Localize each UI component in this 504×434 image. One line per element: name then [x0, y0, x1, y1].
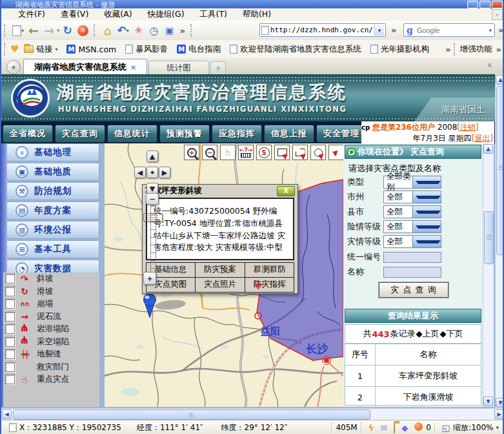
maximize-button[interactable]	[479, 1, 490, 8]
menu-help[interactable]: 帮助(H)	[235, 8, 279, 21]
legend-row-ground-fissure[interactable]: ╪╪地裂缝	[3, 348, 99, 361]
mail-icon[interactable]: ✉	[380, 423, 387, 433]
sidebar-item-basic-tools[interactable]: ⊞基本工具	[6, 240, 99, 258]
bookmarks-overflow-chevron[interactable]: »	[445, 45, 450, 54]
scroll-left-icon[interactable]: ◀	[2, 409, 12, 419]
zoom-out-tool[interactable]: −	[202, 145, 217, 160]
legend-row-rescue-dept[interactable]: 救灾部门	[3, 361, 99, 374]
collapse-chevron-icon[interactable]: ⌄	[492, 9, 503, 20]
horizontal-scroll-thumb[interactable]	[13, 409, 370, 420]
legend-row-slope[interactable]: ↷斜坡	[3, 273, 99, 285]
nav-overview[interactable]: 全省概况	[3, 125, 53, 143]
minimize-button[interactable]	[467, 1, 478, 8]
popup-close-button[interactable]: X	[277, 186, 295, 196]
page-scroll-down-icon[interactable]: ▼	[496, 398, 504, 408]
pan-right-button[interactable]: ▶	[159, 167, 170, 178]
table-row[interactable]: 1 车家坪变形斜坡	[345, 366, 481, 387]
prefecture-select[interactable]: 全部	[383, 191, 441, 203]
zoom-level-label[interactable]: 缩放:100%	[453, 422, 493, 433]
select-arrow-icon[interactable]	[412, 176, 441, 188]
select-arrow-icon[interactable]	[412, 221, 441, 232]
sidebar-item-base-geology[interactable]: ▣基础地质	[6, 163, 99, 181]
undo-button[interactable]: ↶▾	[116, 23, 131, 38]
select-arrow-icon[interactable]	[412, 191, 441, 203]
nav-statistics[interactable]: 信息统计	[107, 125, 157, 143]
popup-tab-command[interactable]: 防灾指挥	[245, 277, 295, 293]
resize-icon[interactable]: ◱	[442, 423, 450, 433]
layer-checkbox[interactable]	[5, 337, 15, 347]
page-scroll-thumb[interactable]	[496, 86, 504, 255]
legend-row-key-sites[interactable]: ☝重点灾点	[3, 373, 99, 386]
legend-row-landslide[interactable]: ↻滑坡	[3, 285, 99, 298]
panels-icon[interactable]: ▣	[162, 23, 177, 38]
bookmark-photo[interactable]: 光年摄影机构	[370, 44, 429, 55]
disaster-query-button[interactable]: 灾 点 查 询	[379, 282, 449, 298]
zoom-slider-plus-button[interactable]: +	[143, 272, 156, 285]
favorites-heart-icon[interactable]: ♥	[10, 43, 19, 55]
search-dropdown-icon[interactable]: ▾	[489, 27, 492, 34]
popup-tab-group-monitoring[interactable]: 群测群防	[245, 262, 295, 278]
menu-file[interactable]: 文件(F)	[10, 8, 53, 21]
sidebar-item-env-bulletin[interactable]: ▥环境公报	[6, 221, 99, 239]
scale-tool[interactable]: S	[256, 145, 272, 160]
folder-new-icon[interactable]	[394, 423, 395, 433]
history-dropdown-icon[interactable]: ▾	[57, 27, 60, 34]
diamond-icon[interactable]: ◆	[401, 423, 408, 433]
pan-up-button[interactable]: ▲	[146, 150, 158, 162]
legend-row-mining-subsidence[interactable]: ψ采空塌陷	[3, 336, 99, 349]
county-select[interactable]: 全部	[383, 205, 441, 218]
tab-close-icon[interactable]: ×	[130, 63, 136, 72]
tab-chart[interactable]: 统计图	[148, 61, 209, 75]
history-clock-icon[interactable]: ◷	[146, 23, 162, 38]
bookmark-storm[interactable]: 暴风影音	[125, 44, 168, 55]
menu-favorites[interactable]: 收藏(A)	[96, 8, 139, 21]
tab-star-icon[interactable]: ★	[6, 60, 21, 74]
panel-scroll-down-icon[interactable]: ▼	[483, 397, 493, 406]
close-button[interactable]	[492, 1, 503, 8]
addons-chevron[interactable]: »	[496, 45, 501, 54]
logout-link[interactable]: [注销]	[457, 123, 478, 132]
layer-checkbox[interactable]	[5, 274, 15, 284]
bookmark-msn[interactable]: MMSN.com	[66, 45, 116, 54]
layer-checkbox[interactable]	[5, 287, 15, 296]
measure-tool[interactable]: ←?→	[238, 145, 254, 160]
addons-label[interactable]: 增强功能	[460, 44, 492, 55]
back-button[interactable]: ←	[26, 23, 41, 38]
panel-scroll-thumb[interactable]	[484, 211, 494, 264]
url-dropdown-icon[interactable]: ▾	[374, 25, 384, 36]
home-button[interactable]: ⌂	[100, 23, 116, 38]
table-row[interactable]: 2 下岩角溪滑坡	[345, 387, 481, 408]
pan-left-button[interactable]: ◀	[134, 167, 146, 178]
layer-checkbox[interactable]	[5, 312, 15, 322]
zoom-dropdown-icon[interactable]: ▾	[496, 424, 499, 431]
nav-disaster-query[interactable]: 灾点查询	[55, 125, 105, 143]
new-page-button[interactable]: ▾	[10, 23, 26, 38]
sidebar-item-prevention-plan[interactable]: ⚒防治规划	[6, 182, 99, 200]
zoom-in-tool[interactable]: +	[184, 145, 199, 160]
search-input[interactable]	[416, 26, 489, 35]
select-arrow-icon[interactable]	[412, 236, 441, 247]
panel-scrollbar[interactable]: ▲ ▼	[483, 143, 494, 407]
toolbar-grip[interactable]	[4, 24, 8, 37]
circle-select-tool[interactable]	[310, 145, 326, 160]
tab-main[interactable]: 湖南省地质灾害信息系统 ×	[23, 59, 147, 75]
nav-security[interactable]: 安全管理	[316, 125, 367, 143]
risk-level-select[interactable]: 全部	[383, 220, 441, 233]
next-page-link[interactable]: ◆下页	[440, 328, 463, 340]
scroll-right-icon[interactable]: ▶	[494, 409, 504, 419]
magic-fill-icon[interactable]: ✳	[131, 23, 146, 38]
panel-scroll-up-icon[interactable]: ▲	[483, 144, 493, 154]
rect-select-tool[interactable]	[274, 145, 290, 160]
address-bar[interactable]: ▾	[259, 23, 386, 37]
polygon-select-tool[interactable]	[292, 145, 308, 160]
stop-button[interactable]: ✕	[76, 23, 91, 38]
sidebar-item-base-geography[interactable]: »基础地理	[6, 143, 99, 161]
legend-row-karst-subsidence[interactable]: ψ岩溶塌陷	[3, 323, 99, 336]
popup-tab-site-photo[interactable]: 灾点照片	[195, 277, 245, 293]
legend-row-collapse[interactable]: ∩∩崩塌	[3, 298, 99, 311]
map-viewport[interactable]: 益阳 长沙 + − ☞ ←?→ S ▲ ◀ ✦ ▶ ▼ − +	[105, 143, 343, 407]
counter-badge-icon[interactable]	[414, 422, 423, 433]
select-arrow-icon[interactable]	[412, 206, 441, 218]
forward-button[interactable]: →	[41, 23, 57, 38]
lightning-icon[interactable]: ϟ	[368, 423, 374, 433]
